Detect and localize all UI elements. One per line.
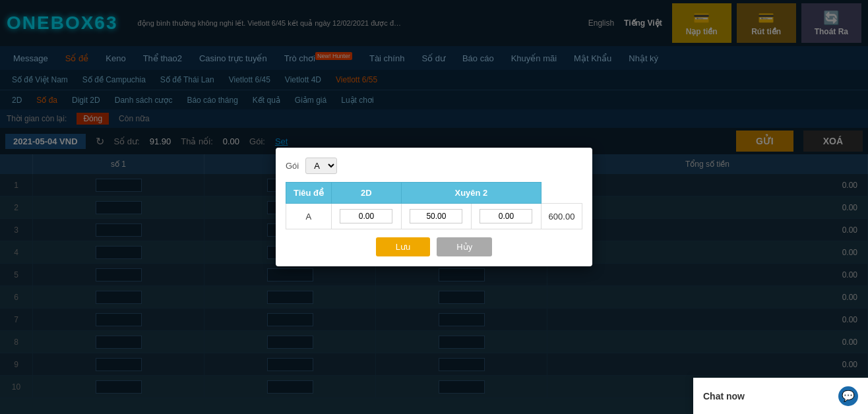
modal-header: Gói A B C	[286, 158, 582, 174]
modal-row: A 600.00	[286, 204, 582, 229]
chat-icon: 💬	[838, 386, 858, 399]
modal-footer: Lưu Hủy	[286, 237, 582, 256]
modal-overlay[interactable]: Gói A B C Tiêu đề 2D Xuyên 2 A	[0, 0, 868, 398]
modal-cell-label: A	[286, 204, 332, 229]
modal-input-col3[interactable]	[480, 209, 532, 223]
luu-button[interactable]: Lưu	[376, 237, 430, 256]
modal-input-col2[interactable]	[410, 209, 462, 223]
chat-now-bar[interactable]: Chat now 💬	[693, 378, 868, 398]
modal-th-tieude: Tiêu đề	[286, 183, 332, 204]
modal-cell-col3[interactable]	[471, 204, 541, 229]
modal-cell-col1[interactable]	[331, 204, 401, 229]
chat-now-text: Chat now	[703, 391, 745, 399]
modal-input-col1[interactable]	[340, 209, 392, 223]
modal-cell-col4: 600.00	[541, 204, 582, 229]
modal-goi-label: Gói	[286, 161, 299, 171]
modal-th-xuyen2: Xuyên 2	[401, 183, 541, 204]
huy-button[interactable]: Hủy	[437, 237, 492, 256]
modal-th-2d: 2D	[331, 183, 401, 204]
modal-goi-select[interactable]: A B C	[305, 158, 337, 174]
modal-cell-col2[interactable]	[401, 204, 471, 229]
modal: Gói A B C Tiêu đề 2D Xuyên 2 A	[276, 148, 592, 266]
modal-table: Tiêu đề 2D Xuyên 2 A 600.00	[286, 182, 582, 229]
